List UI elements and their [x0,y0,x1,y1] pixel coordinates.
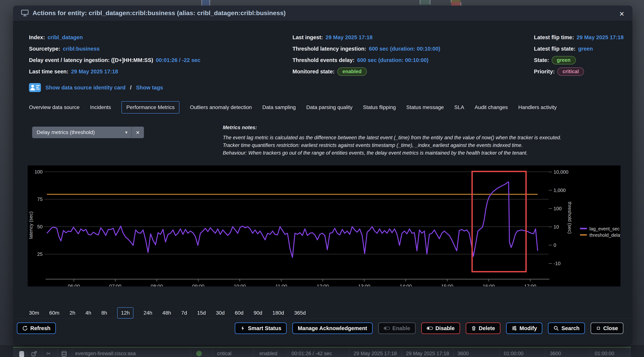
info-sourcetype: Sourcetype:cribl:business [29,43,200,54]
range-180d[interactable]: 180d [272,308,284,318]
range-60d[interactable]: 60d [235,308,244,318]
metrics-notes: Metrics notes: The event lag metric is c… [223,125,561,157]
scissors-icon[interactable]: ✂ [46,351,51,357]
tab-status-flipping[interactable]: Status flipping [363,102,396,113]
external-link-icon[interactable] [31,351,38,357]
sourcetype-value[interactable]: cribl:business [63,46,100,52]
svg-text:25: 25 [37,251,42,257]
info-state: State:green [534,54,624,66]
row-checkbox[interactable] [19,351,24,357]
info-last-time-seen: Last time seen:29 May 2025 17:18 [29,66,200,77]
svg-text:10:00: 10:00 [234,284,246,286]
range-15d[interactable]: 15d [197,308,206,318]
range-24h[interactable]: 24h [144,308,152,318]
chart-legend: lag_event_secthreshold_delay [580,226,620,238]
database-icon[interactable] [61,351,67,357]
show-tags-link[interactable]: Show tags [136,85,163,91]
row-last-time: 29 May 2025 17:18 [354,351,397,357]
row-lag: 00:01:26 / -42 sec [292,351,332,357]
close-button[interactable]: Close [590,323,624,334]
svg-text:10: 10 [554,224,559,230]
row-priority: critical [217,351,232,357]
modify-button[interactable]: Modify [506,323,542,334]
row-monitored: enabled [260,351,277,357]
tab-performance-metrics[interactable]: Performance Metrics [122,101,180,113]
range-30d[interactable]: 30d [216,308,225,318]
state-badge: green [552,56,576,64]
info-column-left: Index:cribl_datagen Sourcetype:cribl:bus… [29,32,200,77]
tab-incidents[interactable]: Incidents [90,102,111,113]
tab-data-parsing-quality[interactable]: Data parsing quality [306,102,352,113]
background-chart-segment-blue [202,0,210,5]
row-last-ingest: 29 May 2025 17:18 [406,351,449,357]
background-entity-table: ✂ eventgen-firewall:cisco:asa critical e… [0,345,644,357]
metric-select-dropdown[interactable]: Delay metrics (threshold) ▾ × [32,127,144,138]
table-row[interactable]: ✂ eventgen-firewall:cisco:asa critical e… [13,348,631,357]
row-duration2: 01:00:00 [595,351,614,357]
lightning-icon [240,326,246,331]
tab-bar: Overview data sourceIncidentsPerformance… [29,100,557,115]
tab-status-message[interactable]: Status message [406,102,444,113]
range-90d[interactable]: 90d [254,308,262,318]
svg-text:08:00: 08:00 [151,284,163,286]
manage-acknowledgement-button[interactable]: Manage Acknowledgement [292,323,372,334]
range-365d[interactable]: 365d [294,308,306,318]
monitored-state-badge: enabled [337,67,367,76]
tab-sla[interactable]: SLA [454,102,464,113]
legend-swatch [580,234,587,236]
range-12h[interactable]: 12h [117,307,134,319]
search-icon [553,326,559,331]
identity-row: Show data source identity card / Show ta… [29,83,163,92]
range-7d[interactable]: 7d [181,308,187,318]
info-column-right: Latest flip time:29 May 2025 17:18 Lates… [534,32,624,77]
index-value[interactable]: cribl_datagen [48,34,83,40]
square-icon [596,326,601,331]
info-last-ingest: Last ingest:29 May 2025 17:18 [292,32,440,43]
info-index: Index:cribl_datagen [29,32,200,43]
legend-label: lag_event_sec [590,226,620,231]
range-8h[interactable]: 8h [101,308,107,318]
svg-text:100: 100 [34,169,42,175]
delete-button[interactable]: Delete [466,323,500,334]
chevron-down-icon[interactable]: ▾ [125,130,131,135]
refresh-icon [22,326,28,331]
range-30m[interactable]: 30m [29,308,39,318]
range-60m[interactable]: 60m [49,308,59,318]
enable-button: Enable [378,323,416,334]
tab-overview-data-source[interactable]: Overview data source [29,102,80,113]
show-identity-card-link[interactable]: Show data source identity card [46,85,126,91]
svg-text:09:00: 09:00 [192,284,204,286]
range-48h[interactable]: 48h [162,308,171,318]
svg-text:10,000: 10,000 [554,169,568,175]
svg-text:07:00: 07:00 [109,284,121,286]
close-icon[interactable]: × [619,10,624,18]
svg-text:75: 75 [37,196,42,202]
range-4h[interactable]: 4h [86,308,91,318]
svg-text:06:00: 06:00 [68,284,80,286]
status-dot [196,351,202,356]
refresh-button[interactable]: Refresh [17,323,56,334]
info-flip-time: Latest flip time:29 May 2025 17:18 [534,32,624,43]
search-button[interactable]: Search [548,323,585,334]
footer-right: Smart StatusManage AcknowledgementEnable… [235,323,624,334]
id-card-icon[interactable] [29,83,41,92]
row-threshold1: 3600 [458,351,469,357]
smart-status-button[interactable]: Smart Status [235,323,287,334]
clear-selection-icon[interactable]: × [132,129,144,136]
monitor-icon [21,9,29,17]
svg-text:0: 0 [554,242,556,248]
range-2h[interactable]: 2h [70,308,75,318]
info-delay: Delay event / latency ingestion: ([D+]HH… [29,54,200,66]
disable-button[interactable]: Disable [421,323,460,334]
tab-outliers-anomaly-detection[interactable]: Outliers anomaly detection [190,102,252,113]
anomaly-highlight-rect [472,171,526,272]
svg-text:17:00: 17:00 [524,284,536,286]
tab-handlers-activity[interactable]: Handlers activity [518,102,556,113]
tab-data-sampling[interactable]: Data sampling [262,102,296,113]
row-threshold2: 3600 [550,351,561,357]
tab-audit-changes[interactable]: Audit changes [475,102,508,113]
svg-text:14:00: 14:00 [400,284,412,286]
performance-chart: 100755025latency (sec)threshold (sec)10,… [28,165,620,286]
info-threshold-delay: Threshold events delay:600 sec (duration… [292,54,440,66]
right-axis-title: threshold (sec) [567,202,572,234]
